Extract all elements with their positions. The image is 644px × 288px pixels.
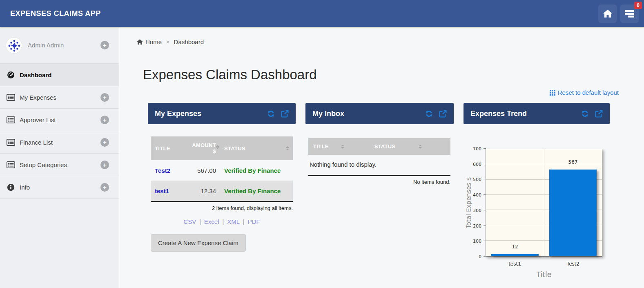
breadcrumb-home-icon [137, 39, 143, 45]
sort-icon [419, 145, 422, 149]
sidebar: Admin Admin + Dashboard [0, 27, 119, 288]
bar-value-label: 567 [544, 159, 602, 165]
refresh-icon[interactable] [425, 110, 433, 118]
sidebar-nav: Dashboard My Expenses + Approv [0, 64, 119, 199]
plus-circle-icon[interactable]: + [100, 116, 109, 124]
my-inbox-panel: My Inbox [305, 103, 454, 281]
topbar-actions: 0 [598, 4, 639, 23]
y-tick-label: 500 [473, 177, 481, 182]
sidebar-item-label: Info [20, 184, 30, 191]
sidebar-item-label: Finance List [20, 139, 53, 146]
chart-y-axis-title: Total Expenses $ [465, 177, 472, 228]
app-header: EXPENSES CLAIMS APP 0 [0, 0, 644, 27]
column-header-title[interactable]: TITLE [308, 138, 370, 155]
table-summary: No items found. [308, 179, 450, 185]
dashboard-panels: My Expenses [148, 103, 610, 281]
sidebar-item-label: My Expenses [20, 94, 56, 101]
export-csv-link[interactable]: CSV [183, 218, 196, 225]
sidebar-item-finance-list[interactable]: Finance List + [0, 131, 119, 154]
expense-link[interactable]: Test2 [155, 167, 170, 174]
export-pdf-link[interactable]: PDF [248, 218, 260, 225]
home-button[interactable] [598, 4, 617, 23]
avatar [6, 37, 22, 54]
page-title: Expenses Claims Dashboard [143, 67, 317, 83]
expenses-trend-chart: Total Expenses $ 0100200300400500600700 … [464, 124, 610, 281]
list-icon [6, 139, 16, 146]
column-header-status[interactable]: STATUS [220, 136, 293, 160]
bar-test1[interactable] [491, 254, 539, 256]
column-header-amount[interactable]: AMOUNT $ [187, 136, 220, 160]
external-link-icon[interactable] [595, 110, 603, 118]
sidebar-item-info[interactable]: Info + [0, 176, 119, 199]
export-links: CSV|Excel|XML|PDF [148, 218, 296, 225]
plus-circle-icon[interactable]: + [100, 161, 109, 169]
my-expenses-header: My Expenses [148, 103, 296, 124]
breadcrumb: Home > Dashboard [137, 38, 204, 45]
export-excel-link[interactable]: Excel [204, 218, 219, 225]
external-link-icon[interactable] [281, 110, 289, 118]
sidebar-item-label: Setup Categories [20, 161, 67, 168]
panel-title: My Expenses [155, 109, 201, 118]
expense-status: Verified By Finance [220, 160, 293, 181]
tasks-button[interactable]: 0 [620, 4, 639, 23]
reset-layout-link[interactable]: Reset to default layout [550, 89, 619, 96]
table-row: Test2 567.00 Verified By Finance [151, 160, 293, 181]
y-tick-label: 300 [473, 208, 481, 213]
home-icon [603, 9, 612, 18]
list-icon [6, 161, 16, 168]
sidebar-item-label: Dashboard [20, 71, 51, 78]
sort-icon [286, 146, 289, 150]
column-header-title[interactable]: TITLE [151, 136, 187, 160]
refresh-icon[interactable] [267, 110, 275, 118]
y-tick-label: 600 [473, 161, 481, 167]
refresh-icon[interactable] [581, 110, 589, 118]
create-expense-button[interactable]: Create A New Expense Claim [151, 234, 246, 252]
expense-status: Verified By Finance [220, 181, 293, 201]
my-expenses-table: TITLE AMOUNT $ STATUS [151, 136, 293, 202]
external-link-icon[interactable] [439, 110, 447, 118]
expense-amount: 567.00 [187, 160, 220, 181]
bar-slot: 567 [544, 149, 602, 256]
info-icon [6, 183, 16, 191]
table-header-row: TITLE AMOUNT $ STATUS [151, 136, 293, 160]
app-title: EXPENSES CLAIMS APP [10, 9, 101, 18]
my-inbox-table: TITLE STATUS Nothing found to display. N… [308, 138, 450, 185]
chart-y-axis: 0100200300400500600700 [472, 149, 486, 257]
user-panel[interactable]: Admin Admin + [0, 27, 119, 64]
plus-circle-icon[interactable]: + [100, 93, 109, 102]
expenses-trend-header: Expenses Trend [464, 103, 610, 124]
expense-link[interactable]: test1 [155, 188, 169, 194]
breadcrumb-home-link[interactable]: Home [145, 38, 162, 45]
y-tick-label: 700 [473, 146, 481, 152]
chart-plot-area: 12567 [486, 149, 602, 257]
panel-title: My Inbox [312, 109, 344, 118]
y-tick-label: 200 [473, 223, 481, 228]
breadcrumb-separator: > [166, 39, 169, 45]
sort-icon [216, 145, 219, 149]
breadcrumb-current: Dashboard [174, 38, 204, 45]
sidebar-item-approver-list[interactable]: Approver List + [0, 109, 119, 131]
export-xml-link[interactable]: XML [227, 218, 240, 225]
x-tick-label: test1 [486, 261, 544, 267]
sidebar-item-dashboard[interactable]: Dashboard [0, 64, 119, 86]
bar-Test2[interactable] [549, 170, 597, 256]
sidebar-item-setup-categories[interactable]: Setup Categories + [0, 154, 119, 176]
y-tick-label: 100 [473, 239, 481, 244]
plus-circle-icon[interactable]: + [100, 41, 109, 49]
dashboard-icon [6, 71, 16, 79]
column-header-status[interactable]: STATUS [370, 138, 450, 155]
my-inbox-header: My Inbox [305, 103, 454, 124]
bar-value-label: 12 [486, 244, 544, 250]
chart-x-axis-title: Title [486, 270, 602, 279]
plus-circle-icon[interactable]: + [100, 138, 109, 147]
chart-x-labels: test1Test2 [486, 261, 602, 268]
y-tick-label: 400 [473, 192, 481, 198]
table-summary: 2 items found, displaying all items. [151, 205, 293, 211]
notification-badge: 0 [634, 2, 642, 9]
expense-amount: 12.34 [187, 181, 220, 201]
sidebar-item-my-expenses[interactable]: My Expenses + [0, 86, 119, 109]
plus-circle-icon[interactable]: + [100, 183, 109, 192]
reset-layout-label: Reset to default layout [558, 89, 619, 96]
panel-title: Expenses Trend [470, 109, 527, 118]
bar-slot: 12 [486, 149, 544, 256]
